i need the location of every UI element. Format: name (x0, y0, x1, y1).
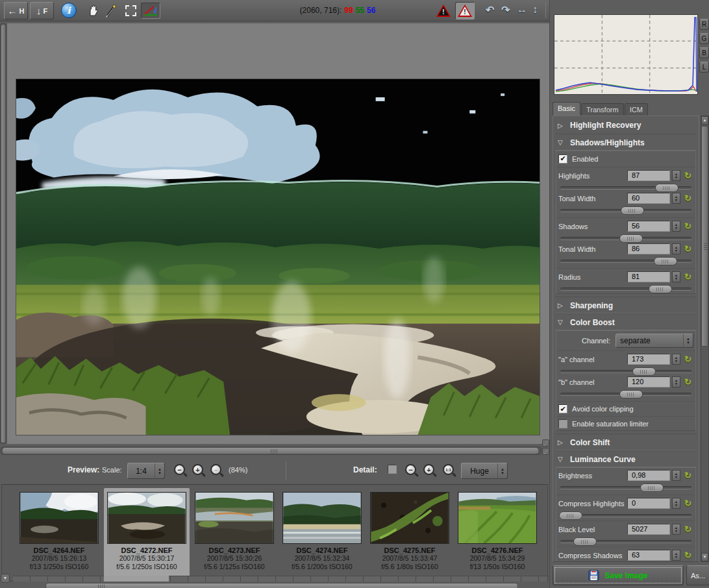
flip-vertical-icon[interactable]: ↕ (532, 4, 538, 16)
section-color-boost[interactable]: ▽ Color Boost (555, 313, 697, 330)
channel-select[interactable]: separate ▲▼ (616, 334, 693, 348)
spinner-icon[interactable]: ▲▼ (683, 334, 693, 347)
tab-transform[interactable]: Transform (581, 103, 624, 116)
reset-icon[interactable]: ↻ (682, 498, 693, 508)
save-as-button[interactable]: As... (686, 565, 709, 585)
rotate-ccw-icon[interactable]: ↶ (486, 4, 494, 16)
reset-icon[interactable]: ↻ (682, 171, 693, 180)
slider-handle[interactable] (621, 206, 644, 215)
reset-icon[interactable]: ↻ (682, 524, 693, 534)
spinner-icon[interactable]: ▲▼ (672, 243, 680, 254)
compress-highlights-slider[interactable] (560, 514, 691, 517)
fullscreen-button[interactable]: ↓ F (30, 2, 54, 19)
highlights-value-field[interactable]: 87 (627, 170, 670, 181)
thumbnail-dsc4264[interactable]: DSC_4264.NEF 2007/8/5 15:26:13 f/13 1/25… (16, 488, 102, 580)
compress-shadows-value-field[interactable]: 63 (627, 550, 670, 561)
black-level-slider[interactable] (560, 540, 691, 543)
preview-canvas[interactable] (7, 23, 549, 444)
scroll-down-button[interactable]: ▼ (701, 553, 708, 561)
reset-icon[interactable]: ↻ (682, 354, 693, 364)
enabled-checkbox[interactable]: ✔ (558, 154, 567, 164)
shadows-value-field[interactable]: 56 (627, 221, 670, 232)
highlights-slider[interactable] (560, 186, 691, 190)
b-channel-value-field[interactable]: 120 (627, 376, 670, 387)
spinner-icon[interactable]: ▲▼ (672, 193, 680, 204)
brightness-slider[interactable] (560, 486, 691, 489)
slider-handle[interactable] (573, 537, 597, 546)
reset-icon[interactable]: ↻ (682, 471, 693, 480)
radius-value-field[interactable]: 81 (627, 271, 670, 282)
settings-scrollbar[interactable]: ▲ ▼ (701, 116, 709, 562)
detail-checkbox[interactable] (388, 465, 397, 474)
preview-hscroll-thumb[interactable] (3, 448, 538, 454)
tab-basic[interactable]: Basic (553, 102, 580, 116)
preview-image[interactable] (16, 79, 540, 435)
brightness-value-field[interactable]: 0,98 (627, 470, 670, 481)
slider-handle[interactable] (649, 285, 672, 293)
section-color-shift[interactable]: ▷ Color Shift (555, 434, 697, 450)
slider-handle[interactable] (619, 390, 643, 398)
exposure-mask-light-button[interactable]: ! (455, 2, 475, 19)
reset-icon[interactable]: ↻ (682, 193, 693, 203)
spinner-icon[interactable]: ▲▼ (672, 354, 680, 365)
saturation-limiter-row[interactable]: Enable saturation limiter (556, 416, 695, 430)
shadows-slider[interactable] (560, 237, 691, 240)
thumbnail-dsc4275[interactable]: DSC_4275.NEF 2007/8/5 15:33:47 f/5.6 1/8… (367, 488, 453, 580)
saturation-limiter-checkbox[interactable] (558, 419, 567, 428)
slider-handle[interactable] (559, 511, 582, 520)
tonal-width-2-value-field[interactable]: 86 (627, 243, 670, 254)
scroll-up-button[interactable]: ▲ (701, 116, 708, 125)
detail-zoom-out-button[interactable]: − (405, 464, 416, 475)
detail-size-select[interactable]: Huge ▲▼ (461, 463, 508, 479)
section-luminance-curve[interactable]: ▽ Luminance Curve (555, 450, 697, 467)
reset-icon[interactable]: ↻ (682, 377, 693, 387)
reset-icon[interactable]: ↻ (682, 272, 693, 282)
straighten-tool-button[interactable] (141, 3, 160, 19)
detail-zoom-100-button[interactable]: 1:1 (443, 464, 454, 475)
section-sharpening[interactable]: ▷ Sharpening (555, 297, 697, 313)
tab-icm[interactable]: ICM (625, 103, 648, 116)
scale-select[interactable]: 1:4 ▲▼ (127, 463, 165, 479)
preview-vscroll-thumb[interactable] (1, 25, 5, 443)
history-button[interactable]: ← H (4, 2, 28, 19)
rotate-cw-icon[interactable]: ↷ (501, 4, 510, 16)
histogram-blue-toggle[interactable]: B (699, 47, 709, 58)
thumbnail-scrollbar-thumb[interactable] (104, 576, 169, 582)
info-icon[interactable]: i (61, 3, 77, 18)
spinner-icon[interactable]: ▲▼ (672, 376, 680, 387)
thumbnail-scrollbar-track[interactable] (13, 576, 547, 582)
zoom-in-button[interactable]: + (192, 464, 203, 475)
thumbnail-dsc4276[interactable]: DSC_4276.NEF 2007/8/5 15:34:29 f/13 1/50… (454, 488, 540, 580)
spinner-icon[interactable]: ▲▼ (672, 524, 680, 535)
preview-horizontal-scrollbar[interactable] (1, 447, 541, 455)
white-balance-picker-button[interactable] (103, 3, 119, 19)
flip-horizontal-icon[interactable]: ↔ (517, 4, 527, 16)
spinner-icon[interactable]: ▲▼ (672, 470, 680, 481)
crop-tool-button[interactable] (122, 3, 139, 19)
reset-icon[interactable]: ↻ (682, 244, 693, 254)
reset-icon[interactable]: ↻ (682, 550, 693, 560)
black-level-value-field[interactable]: 5027 (627, 524, 670, 535)
section-highlight-recovery[interactable]: ▷ Highlight Recovery (555, 117, 697, 134)
preview-vertical-scrollbar[interactable] (0, 23, 6, 444)
slider-handle[interactable] (640, 484, 664, 492)
zoom-out-button[interactable]: − (174, 464, 185, 475)
a-channel-value-field[interactable]: 173 (627, 354, 670, 365)
settings-scrollbar-thumb[interactable] (701, 126, 708, 347)
bottom-scrollbar[interactable] (45, 583, 518, 588)
a-channel-slider[interactable] (560, 370, 691, 373)
enabled-row[interactable]: ✔ Enabled (558, 152, 693, 165)
thumbnail-dsc4273[interactable]: DSC_4273.NEF 2007/8/5 15:30:26 f/5.6 1/1… (192, 488, 277, 580)
radius-slider[interactable] (560, 288, 691, 291)
avoid-clipping-checkbox[interactable]: ✔ (558, 404, 567, 413)
thumbnail-collapse-button[interactable]: ▼ (1, 574, 10, 583)
thumbnail-dsc4274[interactable]: DSC_4274.NEF 2007/8/5 15:32:34 f/5.6 1/2… (279, 488, 365, 580)
save-image-button[interactable]: Save Image (553, 565, 684, 585)
histogram-red-toggle[interactable]: R (699, 19, 709, 30)
tonal-width-1-value-field[interactable]: 60 (627, 193, 670, 204)
pan-tool-button[interactable] (84, 3, 101, 19)
detail-zoom-in-button[interactable]: + (423, 464, 434, 475)
spinner-icon[interactable]: ▲▼ (672, 170, 680, 181)
tonal-width-1-slider[interactable] (560, 209, 691, 212)
reset-icon[interactable]: ↻ (682, 221, 693, 231)
